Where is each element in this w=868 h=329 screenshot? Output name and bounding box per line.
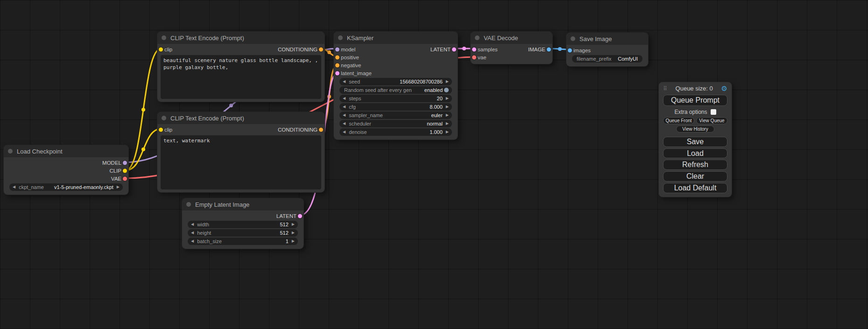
decrement-arrow-icon[interactable]: ◀ [343,113,346,117]
decrement-arrow-icon[interactable]: ◀ [343,80,346,84]
output-slot-conditioning[interactable] [319,47,323,51]
node-empty-latent-image[interactable]: Empty Latent Image LATENT ◀ width 512 ▶ … [182,198,303,249]
node-title-bar[interactable]: KSampler [334,32,458,44]
drag-handle-icon[interactable]: ⠿ [663,85,667,92]
extra-options-checkbox[interactable] [711,109,716,115]
widget-value: 1.000 [430,129,443,135]
queue-panel-header: ⠿ Queue size: 0 ⚙ [663,84,727,92]
collapse-toggle-icon[interactable] [475,35,480,40]
increment-arrow-icon[interactable]: ▶ [446,97,449,100]
view-queue-button[interactable]: View Queue [696,117,727,124]
input-slot-samples[interactable] [472,47,476,51]
input-slot-latent-image[interactable] [335,71,339,75]
node-graph-canvas[interactable]: Load Checkpoint MODEL CLIP VAE ◀ ckpt_na… [0,0,868,329]
widget-denoise[interactable]: ◀ denoise 1.000 ▶ [339,128,452,136]
widget-scheduler[interactable]: ◀ scheduler normal ▶ [339,120,452,127]
output-slot-vae[interactable] [123,176,127,181]
output-slot-model[interactable] [123,161,127,165]
widget-sampler-name[interactable]: ◀ sampler_name euler ▶ [339,112,452,119]
widget-label: scheduler [349,121,371,126]
widget-value: 156680208700286 [400,79,443,84]
widget-value: 512 [280,230,288,236]
view-history-button[interactable]: View History [676,126,714,133]
link-dot-model [229,104,233,107]
increment-arrow-icon[interactable]: ▶ [292,223,295,226]
collapse-toggle-icon[interactable] [571,36,575,41]
increment-arrow-icon[interactable]: ▶ [292,239,295,243]
increment-arrow-icon[interactable]: ▶ [446,122,449,126]
widget-value: ComfyUI [618,56,638,62]
collapse-toggle-icon[interactable] [162,35,166,40]
output-slot-latent[interactable] [452,47,456,51]
widget-seed[interactable]: ◀ seed 156680208700286 ▶ [339,78,452,85]
node-clip-text-encode-negative[interactable]: CLIP Text Encode (Prompt) clip CONDITION… [157,112,325,192]
prompt-textarea[interactable]: text, watermark [161,135,321,189]
node-title-bar[interactable]: VAE Decode [471,32,552,44]
decrement-arrow-icon[interactable]: ◀ [191,239,194,243]
decrement-arrow-icon[interactable]: ◀ [343,105,346,109]
output-slot-conditioning[interactable] [319,127,323,132]
node-title-bar[interactable]: Save Image [566,33,648,45]
collapse-toggle-icon[interactable] [338,35,343,40]
node-title-bar[interactable]: CLIP Text Encode (Prompt) [157,32,325,44]
output-slot-clip[interactable] [123,168,127,173]
toggle-indicator-icon[interactable] [444,88,449,92]
decrement-arrow-icon[interactable]: ◀ [343,130,346,134]
slot-row: clip CONDITIONING [157,45,325,53]
refresh-button[interactable]: Refresh [663,160,727,170]
decrement-arrow-icon[interactable]: ◀ [191,223,194,226]
slot-row: CLIP [4,167,128,175]
queue-front-button[interactable]: Queue Front [663,117,694,124]
input-slot-positive[interactable] [335,55,339,59]
load-button[interactable]: Load [663,148,727,159]
increment-arrow-icon[interactable]: ▶ [292,231,295,235]
node-title-bar[interactable]: Empty Latent Image [182,198,303,210]
widget-height[interactable]: ◀ height 512 ▶ [188,229,298,237]
input-slot-negative[interactable] [335,63,339,67]
output-slot-latent[interactable] [298,214,302,218]
decrement-arrow-icon[interactable]: ◀ [343,122,346,126]
increment-arrow-icon[interactable]: ▶ [446,113,449,117]
decrement-arrow-icon[interactable]: ◀ [343,97,346,100]
collapse-toggle-icon[interactable] [186,202,191,207]
decrement-arrow-icon[interactable]: ◀ [13,185,15,189]
increment-arrow-icon[interactable]: ▶ [446,105,449,109]
slot-row: clip CONDITIONING [157,126,325,133]
widget-width[interactable]: ◀ width 512 ▶ [188,221,298,228]
output-slot-image[interactable] [547,47,551,51]
node-title-bar[interactable]: CLIP Text Encode (Prompt) [157,112,325,124]
settings-gear-icon[interactable]: ⚙ [721,84,727,93]
input-slot-clip[interactable] [159,47,163,51]
increment-arrow-icon[interactable]: ▶ [446,130,449,134]
widget-cfg[interactable]: ◀ cfg 8.000 ▶ [339,103,452,111]
input-slot-clip[interactable] [159,127,163,132]
decrement-arrow-icon[interactable]: ◀ [191,231,194,235]
prompt-textarea[interactable]: beautiful scenery nature glass bottle la… [161,55,321,99]
clear-button[interactable]: Clear [663,171,727,182]
save-button[interactable]: Save [663,137,727,147]
queue-prompt-button[interactable]: Queue Prompt [663,95,727,106]
node-clip-text-encode-positive[interactable]: CLIP Text Encode (Prompt) clip CONDITION… [157,32,325,102]
node-load-checkpoint[interactable]: Load Checkpoint MODEL CLIP VAE ◀ ckpt_na… [4,145,128,195]
link-dot-negative [327,95,331,98]
node-title-bar[interactable]: Load Checkpoint [4,145,128,157]
input-slot-samples-label: samples [478,47,498,52]
widget-batch-size[interactable]: ◀ batch_size 1 ▶ [188,238,298,245]
load-default-button[interactable]: Load Default [663,183,727,193]
input-slot-model[interactable] [335,47,339,51]
widget-random-seed-toggle[interactable]: Random seed after every gen enabled [339,86,452,94]
widget-ckpt-name[interactable]: ◀ ckpt_name v1-5-pruned-emaonly.ckpt ▶ [9,183,123,191]
widget-filename-prefix[interactable]: filename_prefix ComfyUI [572,55,642,63]
link-clip-positive [126,49,161,170]
increment-arrow-icon[interactable]: ▶ [117,185,120,189]
collapse-toggle-icon[interactable] [8,149,13,154]
input-slot-vae[interactable] [472,55,476,59]
node-save-image[interactable]: Save Image images filename_prefix ComfyU… [566,33,648,66]
node-ksampler[interactable]: KSampler model LATENT positive negative … [334,32,458,140]
collapse-toggle-icon[interactable] [162,116,166,120]
node-vae-decode[interactable]: VAE Decode samples IMAGE vae [471,32,552,64]
slot-row: LATENT [182,212,303,220]
increment-arrow-icon[interactable]: ▶ [446,80,449,84]
widget-steps[interactable]: ◀ steps 20 ▶ [339,95,452,102]
input-slot-images[interactable] [568,48,572,52]
